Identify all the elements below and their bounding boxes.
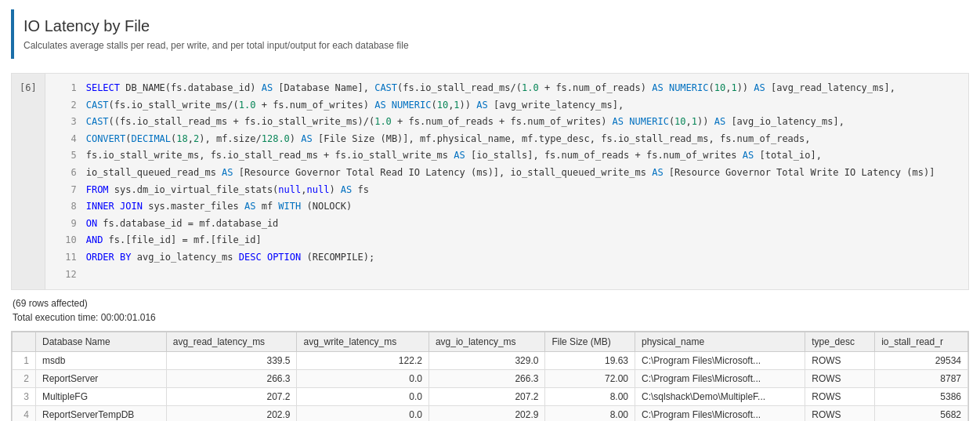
- row-avg-io: 266.3: [429, 370, 545, 388]
- header-description: Calculates average stalls per read, per …: [24, 40, 958, 51]
- row-avg-io: 207.2: [429, 388, 545, 406]
- row-physical-name: C:\sqlshack\Demo\MultipleF...: [635, 388, 805, 406]
- header-section: IO Latency by File Calculates average st…: [11, 9, 969, 59]
- col-size: File Size (MB): [545, 332, 635, 352]
- table-header-row: Database Name avg_read_latency_ms avg_wr…: [13, 332, 968, 352]
- row-avg-write: 0.0: [297, 406, 429, 421]
- row-number: 3: [13, 388, 36, 406]
- code-line: 3CAST((fs.io_stall_read_ms + fs.io_stall…: [55, 114, 935, 131]
- code-line: 11ORDER BY avg_io_latency_ms DESC OPTION…: [55, 249, 935, 267]
- page-title: IO Latency by File: [24, 17, 958, 35]
- code-line: 6io_stall_queued_read_ms AS [Resource Go…: [55, 165, 935, 182]
- cell-number: [6]: [12, 74, 45, 289]
- code-line: 2CAST(fs.io_stall_write_ms/(1.0 + fs.num…: [55, 97, 935, 114]
- row-io-stall: 5386: [875, 388, 968, 406]
- table-row: 3 MultipleFG 207.2 0.0 207.2 8.00 C:\sql…: [13, 388, 968, 406]
- col-avg-write: avg_write_latency_ms: [297, 332, 429, 352]
- code-line: 12: [55, 267, 935, 284]
- results-section: (69 rows affected) Total execution time:…: [11, 298, 969, 421]
- row-physical-name: C:\Program Files\Microsoft...: [635, 352, 805, 370]
- code-content[interactable]: 1SELECT DB_NAME(fs.database_id) AS [Data…: [45, 74, 945, 289]
- exec-time: Total execution time: 00:00:01.016: [11, 312, 969, 323]
- code-line: 9ON fs.database_id = mf.database_id: [55, 216, 935, 233]
- row-size: 8.00: [545, 406, 635, 421]
- row-number: 2: [13, 370, 36, 388]
- row-db-name: ReportServerTempDB: [36, 406, 167, 421]
- row-avg-io: 329.0: [429, 352, 545, 370]
- code-block: [6] 1SELECT DB_NAME(fs.database_id) AS […: [11, 73, 969, 290]
- row-number: 1: [13, 352, 36, 370]
- table-row: 4 ReportServerTempDB 202.9 0.0 202.9 8.0…: [13, 406, 968, 421]
- row-db-name: MultipleFG: [36, 388, 167, 406]
- row-avg-write: 0.0: [297, 370, 429, 388]
- col-avg-io: avg_io_latency_ms: [429, 332, 545, 352]
- row-avg-read: 202.9: [166, 406, 297, 421]
- code-line: 7FROM sys.dm_io_virtual_file_stats(null,…: [55, 182, 935, 199]
- results-table-wrapper: Database Name avg_read_latency_ms avg_wr…: [11, 331, 969, 421]
- row-avg-io: 202.9: [429, 406, 545, 421]
- row-io-stall: 8787: [875, 370, 968, 388]
- results-table: Database Name avg_read_latency_ms avg_wr…: [12, 332, 968, 421]
- row-type-desc: ROWS: [805, 388, 875, 406]
- rows-affected: (69 rows affected): [11, 298, 969, 309]
- row-type-desc: ROWS: [805, 370, 875, 388]
- row-type-desc: ROWS: [805, 352, 875, 370]
- col-io-stall: io_stall_read_r: [875, 332, 968, 352]
- code-line: 1SELECT DB_NAME(fs.database_id) AS [Data…: [55, 80, 935, 97]
- row-db-name: ReportServer: [36, 370, 167, 388]
- row-physical-name: C:\Program Files\Microsoft...: [635, 406, 805, 421]
- row-type-desc: ROWS: [805, 406, 875, 421]
- row-io-stall: 29534: [875, 352, 968, 370]
- row-size: 72.00: [545, 370, 635, 388]
- col-database-name: Database Name: [36, 332, 167, 352]
- row-avg-read: 207.2: [166, 388, 297, 406]
- col-type-desc: type_desc: [805, 332, 875, 352]
- table-row: 2 ReportServer 266.3 0.0 266.3 72.00 C:\…: [13, 370, 968, 388]
- col-physical-name: physical_name: [635, 332, 805, 352]
- table-row: 1 msdb 339.5 122.2 329.0 19.63 C:\Progra…: [13, 352, 968, 370]
- col-num: [13, 332, 36, 352]
- code-line: 5fs.io_stall_write_ms, fs.io_stall_read_…: [55, 147, 935, 165]
- row-physical-name: C:\Program Files\Microsoft...: [635, 370, 805, 388]
- code-line: 10AND fs.[file_id] = mf.[file_id]: [55, 232, 935, 249]
- code-line: 4CONVERT(DECIMAL(18,2), mf.size/128.0) A…: [55, 131, 935, 148]
- code-line: 8INNER JOIN sys.master_files AS mf WITH …: [55, 198, 935, 216]
- row-avg-read: 339.5: [166, 352, 297, 370]
- row-db-name: msdb: [36, 352, 167, 370]
- row-number: 4: [13, 406, 36, 421]
- row-size: 8.00: [545, 388, 635, 406]
- col-avg-read: avg_read_latency_ms: [166, 332, 297, 352]
- row-io-stall: 5682: [875, 406, 968, 421]
- row-avg-write: 0.0: [297, 388, 429, 406]
- row-avg-read: 266.3: [166, 370, 297, 388]
- row-avg-write: 122.2: [297, 352, 429, 370]
- row-size: 19.63: [545, 352, 635, 370]
